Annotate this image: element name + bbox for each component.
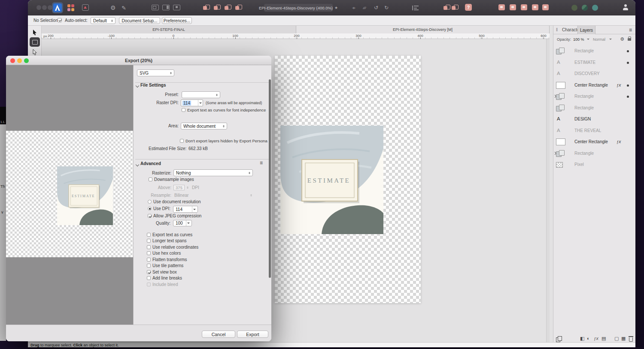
fx-icon[interactable]: ƒX [617, 83, 621, 87]
rotate-cw-icon[interactable]: ↻ [384, 0, 389, 15]
format-dropdown[interactable]: SVG [137, 69, 174, 76]
layer-dot[interactable] [627, 96, 629, 98]
artboard-icon-3[interactable] [173, 5, 180, 10]
layer-row-rectangle-3[interactable]: Rectangle [553, 102, 636, 114]
opt-flatten-transforms-checkbox[interactable] [147, 258, 151, 262]
use-dpi-dropdown[interactable]: 114 [173, 206, 198, 213]
arrange-back-icon[interactable] [452, 5, 458, 10]
dialog-scrollbar[interactable] [269, 79, 271, 278]
document-setup-button[interactable]: Document Setup... [119, 17, 160, 24]
opt-set-view-box-checkbox[interactable] [147, 270, 151, 274]
color-swatch-olive[interactable] [571, 5, 577, 11]
insert-inside-icon[interactable] [214, 5, 220, 10]
dialog-minimize-button[interactable] [17, 58, 22, 63]
layer-row-center-rectangle-1[interactable]: Center Rectangle ƒX [553, 80, 636, 91]
group-layers-icon[interactable]: ▦ [621, 336, 626, 341]
account-icon[interactable] [622, 4, 629, 11]
panel-drag-handle-icon[interactable]: ‖ [556, 27, 558, 32]
downsample-checkbox[interactable] [149, 178, 152, 181]
settings-gear-icon[interactable]: ⚙ [110, 0, 116, 15]
blend-mode-dropdown-icon[interactable] [609, 39, 612, 41]
auto-select-checkbox[interactable] [58, 18, 62, 22]
area-dropdown[interactable]: Whole document [181, 123, 227, 129]
layer-settings-gear-icon[interactable]: ⚙ [620, 36, 624, 42]
opt-hex-colors-checkbox[interactable] [147, 251, 151, 255]
use-doc-resolution-radio[interactable] [148, 200, 152, 204]
adjustment-icon[interactable]: ◐ [587, 336, 590, 341]
snap-option-icon-4[interactable] [532, 4, 538, 10]
snap-option-icon-2[interactable] [510, 4, 516, 10]
layer-dot[interactable] [627, 50, 629, 52]
color-swatch-teal[interactable] [592, 5, 598, 11]
move-tool[interactable] [30, 27, 40, 37]
export-button[interactable]: Export [237, 331, 268, 338]
preferences-button[interactable]: Preferences... [162, 17, 192, 24]
tab-epi-steps-final[interactable]: EPI-STEPS-FINAL [42, 26, 296, 33]
raster-dpi-input[interactable]: 114 [181, 99, 203, 106]
opacity-dropdown-icon[interactable] [587, 39, 589, 41]
alignment-icon[interactable] [412, 6, 419, 10]
preset-dropdown[interactable] [182, 91, 220, 98]
advanced-menu-icon[interactable]: ≡ [260, 160, 263, 166]
advanced-disclosure-icon[interactable] [136, 163, 139, 166]
auto-select-dropdown[interactable]: Default [91, 17, 115, 24]
layer-row-center-rectangle-2[interactable]: Center Rectangle ƒX [553, 136, 636, 147]
fx-icon[interactable]: ƒX [617, 140, 621, 144]
curves-font-checkbox[interactable] [182, 108, 185, 112]
artboard-icon-1[interactable] [152, 5, 159, 10]
snap-option-icon-5[interactable] [542, 4, 549, 10]
file-settings-header[interactable]: File Settings [140, 83, 166, 87]
layer-row-rectangle-1[interactable]: Rectangle ƒX [553, 45, 636, 57]
replace-selection-icon[interactable] [235, 5, 241, 10]
node-tool[interactable] [30, 47, 40, 57]
layer-row-pixel[interactable]: Pixel [553, 159, 636, 170]
layer-row-design[interactable]: A DESIGN [553, 114, 636, 125]
panel-menu-icon[interactable]: ≡ [629, 27, 632, 33]
live-filter-icon[interactable]: ▤ [601, 336, 606, 341]
layer-row-rectangle-2[interactable]: Rectangle ƒX [553, 91, 636, 102]
opacity-value[interactable]: 100 % [573, 37, 584, 42]
dropdown-arrow-icon[interactable] [198, 100, 203, 106]
window-minimize-button[interactable] [42, 5, 47, 10]
designer-persona-button[interactable] [52, 2, 63, 13]
dialog-zoom-button[interactable] [24, 58, 29, 63]
cancel-button[interactable]: Cancel [202, 331, 235, 338]
pixel-persona-icon[interactable] [67, 4, 74, 11]
canvas-vertical-scrollbar[interactable] [546, 39, 550, 342]
color-swatch-green[interactable] [582, 5, 588, 11]
duplicate-layers-icon[interactable] [556, 336, 562, 342]
layer-row-discovery[interactable]: A DISCOVERY [553, 68, 636, 79]
mask-layer-icon[interactable]: ▢ [614, 336, 619, 341]
tab-epi-element-discovery[interactable]: EPI-Element-4Steps-Discovery [M] [296, 26, 550, 33]
dialog-close-button[interactable] [10, 58, 15, 63]
window-close-button[interactable] [36, 5, 41, 10]
rotate-ccw-icon[interactable]: ↺ [374, 0, 378, 15]
lock-icon[interactable] [628, 38, 631, 41]
insert-on-top-icon[interactable] [225, 5, 231, 10]
vector-crop-tool[interactable] [30, 37, 40, 47]
tab-layers[interactable]: Layers [577, 26, 595, 34]
pen-tool-icon[interactable]: ✎ [122, 0, 126, 15]
export-persona-icon[interactable] [82, 4, 89, 11]
flip-horizontal-icon[interactable]: ◃▹ [352, 0, 355, 15]
opt-tile-patterns-checkbox[interactable] [147, 264, 151, 268]
insert-behind-icon[interactable] [203, 5, 209, 10]
advanced-header[interactable]: Advanced [140, 161, 161, 166]
delete-layer-icon[interactable] [629, 337, 633, 342]
jpeg-compression-checkbox[interactable] [148, 214, 152, 218]
blend-mode-value[interactable]: Normal [593, 37, 605, 42]
layer-dot[interactable] [627, 62, 629, 64]
arrange-forward-icon[interactable] [444, 5, 450, 10]
opt-longer-text-spans-checkbox[interactable] [147, 239, 151, 243]
fill-layer-icon[interactable]: ◧ [580, 336, 584, 341]
snap-option-icon-1[interactable] [498, 4, 505, 10]
favorite-star-icon[interactable]: ★ [334, 6, 338, 10]
layer-row-estimate[interactable]: A ESTIMATE ƒX [553, 57, 636, 68]
flip-vertical-icon[interactable]: ▵▿ [363, 0, 366, 15]
snap-option-icon-3[interactable] [521, 4, 527, 10]
rasterize-dropdown[interactable]: Nothing [173, 169, 253, 176]
opt-export-text-curves-checkbox[interactable] [147, 233, 151, 237]
help-icon[interactable]: ? [465, 4, 472, 11]
hidden-layers-checkbox[interactable] [180, 139, 184, 143]
opt-relative-coordinates-checkbox[interactable] [147, 245, 151, 249]
